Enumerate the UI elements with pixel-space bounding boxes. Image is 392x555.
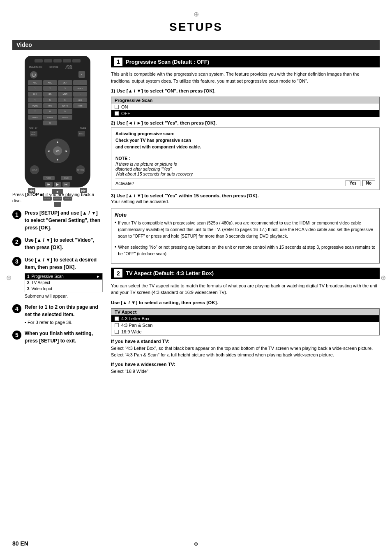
remote-btn-5[interactable]: 5 [43,97,58,102]
remote-ff-button[interactable]: ▶▶ [80,188,87,193]
remote-ok-button[interactable]: OK [53,146,62,155]
step-3-number: 3 [12,257,21,266]
remote-rew-button[interactable]: ◀◀ [28,188,35,193]
remote-btn-asc[interactable]: ASC [43,80,58,85]
remote-btn-space[interactable]: SPACE [28,115,42,120]
if-standard-tv-text: Select "4:3 Letter Box", so that black b… [111,345,380,358]
remote-prev-button[interactable]: ⏮ [45,182,53,187]
remote-btn-8[interactable]: 8 [43,109,58,114]
remote-dvd-button[interactable]: DVD [61,176,72,180]
remote-transport-row1: ⏮ ▶ ⏭ [28,182,87,187]
tv-aspect-widescreen-checkbox[interactable] [115,330,119,334]
remote-btn-abc[interactable]: ABC [28,80,42,85]
remote-vcr-dvd-row: VCR DVD [28,176,87,180]
remote-btn-jkl[interactable]: JKL [43,92,58,97]
activate-box: Activating progressive scan: Check your … [111,127,380,190]
remote-down-arrow[interactable]: ▼ [56,158,59,162]
remote-play-button[interactable]: ▶ [54,182,61,187]
submenu-item-1-label: Progressive Scan [32,274,64,279]
note-bullet-2-text: When selecting "No" or not pressing any … [118,244,376,257]
remote-vcr-button[interactable]: VCR [43,176,55,180]
activate-label: Activate? [115,181,134,186]
remote-return-button[interactable]: RETURN [76,165,85,174]
remote-power-button[interactable] [30,71,37,79]
section-1-num: 1 [114,58,122,66]
submenu-note: Submenu will appear. [25,294,103,298]
reg-mark-bottom: ⊕ [194,541,198,547]
activate-yes-button[interactable]: Yes [346,180,360,186]
step-4-text: Refer to 1 to 2 on this page and set the… [25,303,103,318]
remote-btn-6[interactable]: 6 [58,97,72,102]
remote-btn-9[interactable]: 9 [58,109,72,114]
page: ⊕ ⊕ ⊕ SETUPS Video [0,0,392,555]
tv-aspect-pan-scan-checkbox[interactable] [115,323,119,327]
remote-setup-button[interactable]: SETUP [30,165,39,174]
progressive-scan-off-checkbox[interactable] [115,111,119,116]
progressive-scan-on-label: ON [121,104,128,109]
remote-setup-return-row: SETUP RETURN [28,165,87,174]
section-2-header: 2 TV Aspect (Default: 4:3 Letter Box) [111,268,380,279]
remote-slow-play-btn[interactable]: SLOW PLAY [53,197,62,201]
note-bullet-1-mark: • [115,220,116,242]
prog-step-1-instruction: 1) Use [▲ / ▼] to select "ON", then pres… [111,88,380,93]
right-column: 1 Progressive Scan (Default : OFF) This … [111,56,380,375]
activate-row: Activate? Yes No [115,178,375,186]
remote-btn-3[interactable]: 3 [58,86,72,91]
remote-btn-7[interactable]: 7 [28,109,42,114]
remote-btn-minus1[interactable]: - [73,80,88,85]
activate-note2: distorted after selecting "Yes", [115,166,375,171]
remote-source-label: SOURCE [49,66,58,68]
remote-btn-1[interactable]: 1 [28,86,42,91]
tv-aspect-widescreen-item: 16:9 Wide [111,328,379,335]
remote-bottom-row: CM SKIP SLOW PLAY SEARCH [28,197,87,201]
tv-aspect-letter-box-checkbox[interactable] [115,317,119,321]
note-box: Note • If your TV is compatible with pro… [111,208,380,264]
remote-btn-wxyz[interactable]: WXYZ [58,103,72,108]
tv-aspect-letter-box-item: 4:3 Letter Box [111,315,379,322]
remote-btn-mno[interactable]: MNO [58,92,72,97]
remote-last-button[interactable] [54,202,61,207]
step-2-text: Use [▲ / ▼] to select "Video", then pres… [25,236,103,251]
remote-btn-pqrs[interactable]: PQRS [28,103,42,108]
remote-left-arrow[interactable]: ◄ [47,149,50,153]
step-4-sub: • For 3 refer to page 39. [25,320,103,325]
remote-btn-tracking[interactable]: TRACK [73,86,88,91]
remote-btn-audio[interactable]: AUDIO [58,115,72,120]
remote-btn-def[interactable]: DEF [58,80,72,85]
remote-btn-hdmi[interactable]: HDMI [73,97,88,102]
step-5-number: 5 [12,331,21,340]
remote-open-button[interactable]: ▲ [78,71,85,78]
remote-search-btn[interactable]: SEARCH [63,197,72,201]
remote-disc-menu-btn[interactable]: DISC MENU [30,131,37,136]
progressive-scan-off-label: OFF [121,111,130,116]
remote-btn-2[interactable]: 2 [43,86,58,91]
remote-stop-button[interactable]: ■ [52,189,63,194]
section-2-num: 2 [114,269,122,278]
activate-note3: Wait about 15 seconds for auto recovery. [115,171,375,176]
note-bullet-2: • When selecting "No" or not pressing an… [115,244,376,260]
remote-up-arrow[interactable]: ▲ [56,140,59,144]
remote-btn-home[interactable]: HOME [73,103,88,108]
tv-aspect-pan-scan-item: 4:3 Pan & Scan [111,322,379,328]
remote-btn-4[interactable]: 4 [28,97,42,102]
remote-btn-ghi[interactable]: GHI [28,92,42,97]
remote-btn-0[interactable]: 0 [43,120,58,125]
page-title: SETUPS [12,21,380,34]
section-2-title: TV Aspect (Default: 4:3 Letter Box) [126,270,214,276]
section-2-body: You can select the TV aspect ratio to ma… [111,282,380,296]
activate-line2: Check your TV has progressive scan [115,138,375,143]
remote-btn-tuv[interactable]: TUV [43,103,58,108]
activate-no-button[interactable]: No [362,180,375,186]
remote-btn-minus2[interactable]: - [73,92,88,97]
activate-line1: Activating progressive scan: [115,131,375,136]
remote-cm-skip-btn[interactable]: CM SKIP [43,197,52,201]
remote-next-button[interactable]: ⏭ [62,182,70,187]
progressive-scan-on-item: ON [111,104,379,110]
activate-note1: If there is no picture or picture is [115,162,375,166]
progressive-scan-on-checkbox[interactable] [115,105,119,109]
remote-btn-clear[interactable]: CLEAR [43,115,58,120]
remote-right-arrow[interactable]: ► [65,149,68,153]
remote-control: STANDBY•ON SOURCE OPEN/CLOSE ▲ ABC ASC [25,56,90,187]
remote-title-btn[interactable]: TITLE [78,131,85,136]
step-4: 4 Refer to 1 to 2 on this page and set t… [12,303,103,325]
